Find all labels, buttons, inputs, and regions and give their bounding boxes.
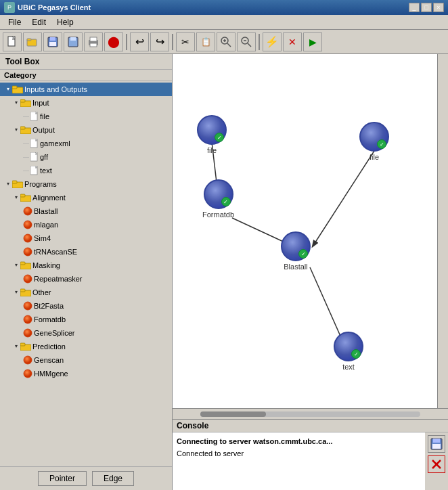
cut-button[interactable]: ✂ xyxy=(176,32,195,51)
toolbar: ⬤ ↩ ↪ ✂ 📋 ⚡ ✕ ▶ xyxy=(0,30,448,54)
tree-item-genesplicer[interactable]: GeneSplicer xyxy=(0,326,172,340)
tree-item-prediction[interactable]: ▾ Prediction xyxy=(0,340,172,353)
tree-item-repeatmasker[interactable]: Repeatmasker xyxy=(0,272,172,286)
console-save-button[interactable] xyxy=(428,435,445,453)
node-formatdb[interactable]: ✓ Formatdb xyxy=(202,179,234,219)
svg-rect-37 xyxy=(20,262,25,265)
minimize-button[interactable]: _ xyxy=(409,3,420,12)
console-actions xyxy=(425,432,448,490)
app-icon: P xyxy=(4,2,15,13)
tree-item-input[interactable]: ▾ Input xyxy=(0,96,172,110)
program-icon xyxy=(23,233,32,243)
window-controls[interactable]: _ □ × xyxy=(409,3,444,12)
svg-rect-31 xyxy=(20,194,25,197)
save-button[interactable] xyxy=(43,32,62,51)
print-button[interactable] xyxy=(84,32,103,51)
tree-item-hmmgene[interactable]: HMMgene xyxy=(0,367,172,380)
tree-item-programs[interactable]: ▾ Programs xyxy=(0,177,172,191)
tree-item-alignment[interactable]: ▾ Alignment xyxy=(0,191,172,204)
console-clear-button[interactable] xyxy=(428,455,445,473)
node-label: Formatdb xyxy=(202,210,234,219)
vertical-scrollbar[interactable] xyxy=(437,54,448,408)
zoom-out-button[interactable] xyxy=(237,32,256,51)
tree-header: Category xyxy=(0,70,172,81)
tree-item-blastall[interactable]: Blastall xyxy=(0,204,172,218)
tree-item-gff[interactable]: — gff xyxy=(0,150,172,164)
tree-item-other[interactable]: ▾ Other xyxy=(0,286,172,299)
console-panel: Console Connecting to server watson.cmmt… xyxy=(173,419,448,490)
undo-button[interactable]: ↩ xyxy=(130,32,149,51)
menu-edit[interactable]: Edit xyxy=(26,16,51,28)
menu-file[interactable]: File xyxy=(3,16,26,28)
node-label: text xyxy=(342,363,355,371)
h-scrollbar-thumb[interactable] xyxy=(200,411,267,417)
svg-rect-9 xyxy=(90,37,97,41)
zoom-in-button[interactable] xyxy=(217,32,236,51)
forward-button[interactable]: ▶ xyxy=(303,32,322,51)
node-blastall[interactable]: ✓ Blastall xyxy=(281,231,311,271)
svg-rect-10 xyxy=(90,43,97,47)
edge-button[interactable]: Edge xyxy=(92,471,134,486)
svg-rect-53 xyxy=(433,439,440,443)
stop-button[interactable]: ⬤ xyxy=(104,32,123,51)
tree-item-gamexml[interactable]: — gamexml xyxy=(0,137,172,150)
folder-icon xyxy=(12,85,23,93)
svg-line-12 xyxy=(227,43,231,47)
svg-rect-7 xyxy=(70,37,76,41)
tree-item-masking[interactable]: ▾ Masking xyxy=(0,259,172,272)
copy-button[interactable]: 📋 xyxy=(196,32,215,51)
console-message-0: Connecting to server watson.cmmt.ubc.ca.… xyxy=(177,435,421,447)
toolbox-title: Tool Box xyxy=(0,54,172,70)
svg-rect-5 xyxy=(49,42,56,46)
svg-rect-29 xyxy=(12,181,17,183)
svg-point-42 xyxy=(24,315,32,324)
tree-item-trnascan[interactable]: tRNAscanSE xyxy=(0,245,172,259)
file-icon xyxy=(30,166,39,175)
new-button[interactable] xyxy=(3,32,22,51)
node-circle: ✓ xyxy=(204,179,233,209)
expand-icon: ▾ xyxy=(12,124,20,136)
tree-view: ▾ Inputs and Outputs ▾ Input — xyxy=(0,81,172,466)
pointer-button[interactable]: Pointer xyxy=(38,471,87,486)
close-button[interactable]: × xyxy=(433,3,444,12)
console-message-1: Connected to server xyxy=(177,447,421,460)
toolbox: Tool Box Category ▾ Inputs and Outputs ▾… xyxy=(0,54,173,490)
save-as-button[interactable] xyxy=(64,32,83,51)
svg-point-41 xyxy=(24,302,32,310)
program-icon xyxy=(23,355,32,365)
svg-point-38 xyxy=(24,275,32,283)
node-file-top-right[interactable]: ✓ file xyxy=(359,122,389,161)
node-check: ✓ xyxy=(351,349,361,359)
tree-item-genscan[interactable]: Genscan xyxy=(0,353,172,367)
cancel-run-button[interactable]: ✕ xyxy=(283,32,302,51)
menu-help[interactable]: Help xyxy=(51,16,79,28)
svg-point-35 xyxy=(24,248,32,256)
program-icon xyxy=(23,369,32,378)
node-file-top-left[interactable]: ✓ file xyxy=(197,115,227,154)
program-icon xyxy=(23,206,32,216)
tree-item-mlagan[interactable]: mlagan xyxy=(0,218,172,231)
app-title: UBiC Pegasys Client xyxy=(18,3,91,12)
node-check: ✓ xyxy=(377,139,386,149)
tree-item-file1[interactable]: — file xyxy=(0,110,172,123)
svg-point-43 xyxy=(24,329,32,337)
tree-item-formatdb[interactable]: Formatdb xyxy=(0,313,172,326)
tree-item-text-output[interactable]: — text xyxy=(0,164,172,177)
open-button[interactable] xyxy=(23,32,42,51)
tree-item-inputs-outputs[interactable]: ▾ Inputs and Outputs xyxy=(0,83,172,96)
node-text[interactable]: ✓ text xyxy=(334,332,363,371)
run-button[interactable]: ⚡ xyxy=(263,32,282,51)
tree-item-output[interactable]: ▾ Output xyxy=(0,123,172,137)
program-icon xyxy=(23,220,32,229)
tree-item-sim4[interactable]: Sim4 xyxy=(0,231,172,245)
h-scrollbar-track xyxy=(200,411,421,417)
svg-point-32 xyxy=(24,207,32,215)
tree-item-bt2fasta[interactable]: Bt2Fasta xyxy=(0,299,172,313)
separator-3 xyxy=(259,34,260,50)
node-check: ✓ xyxy=(215,133,224,142)
maximize-button[interactable]: □ xyxy=(421,3,432,12)
canvas-scroll[interactable]: ✓ file ✓ file ✓ Formatdb xyxy=(173,54,448,408)
expand-icon: ▾ xyxy=(12,97,20,109)
redo-button[interactable]: ↪ xyxy=(150,32,169,51)
horizontal-scrollbar[interactable] xyxy=(173,408,448,419)
